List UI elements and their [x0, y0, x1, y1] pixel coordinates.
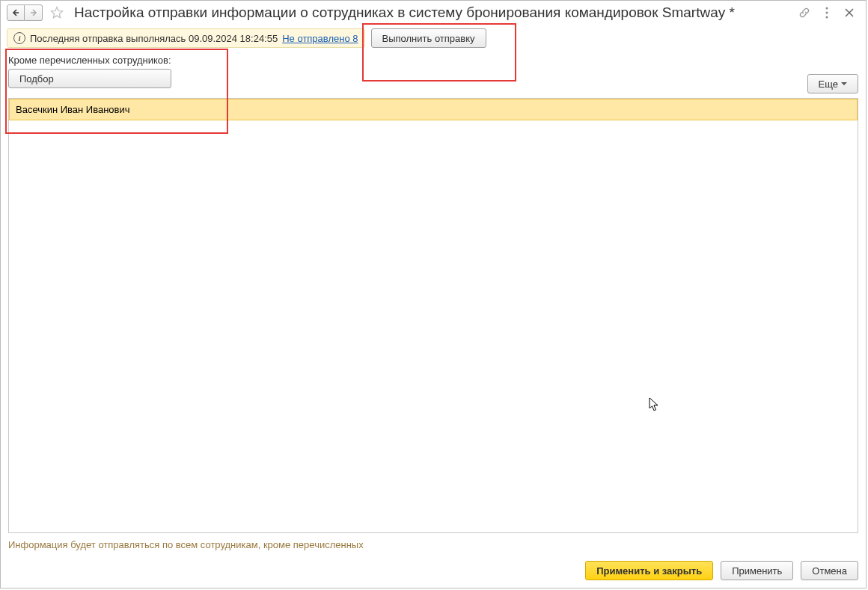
apply-button[interactable]: Применить [721, 561, 793, 580]
link-icon [798, 7, 810, 19]
section-label: Кроме перечисленных сотрудников: [8, 55, 171, 66]
menu-button[interactable] [821, 7, 833, 19]
favorite-button[interactable] [49, 4, 65, 21]
star-icon [50, 6, 64, 19]
apply-close-button[interactable]: Применить и закрыть [585, 561, 713, 580]
employee-name: Васечкин Иван Иванович [16, 104, 130, 115]
info-icon: i [13, 32, 25, 44]
forward-button[interactable] [25, 4, 43, 21]
arrow-right-icon [30, 9, 37, 16]
arrow-left-icon [12, 9, 19, 16]
cancel-button[interactable]: Отмена [801, 561, 858, 580]
svg-point-1 [826, 12, 828, 14]
list-item[interactable]: Васечкин Иван Иванович [9, 99, 858, 120]
more-button-label: Еще [819, 79, 838, 90]
send-button[interactable]: Выполнить отправку [371, 28, 486, 48]
chevron-down-icon [841, 82, 847, 86]
svg-point-0 [826, 7, 828, 10]
page-title: Настройка отправки информации о сотрудни… [74, 4, 795, 21]
close-icon [845, 8, 854, 17]
more-button[interactable]: Еще [807, 74, 858, 93]
select-button[interactable]: Подбор [8, 69, 171, 88]
svg-point-2 [826, 16, 828, 19]
employee-list[interactable]: Васечкин Иван Иванович [8, 98, 858, 533]
back-button[interactable] [7, 4, 25, 21]
status-text: Последняя отправка выполнялась 09.09.202… [30, 33, 278, 44]
kebab-icon [825, 7, 828, 19]
close-button[interactable] [843, 7, 855, 19]
status-panel: i Последняя отправка выполнялась 09.09.2… [7, 28, 365, 48]
link-button[interactable] [798, 7, 810, 19]
footer-note: Информация будет отправляться по всем со… [1, 533, 866, 556]
not-sent-link[interactable]: Не отправлено 8 [282, 33, 358, 44]
list-item[interactable] [9, 120, 858, 138]
